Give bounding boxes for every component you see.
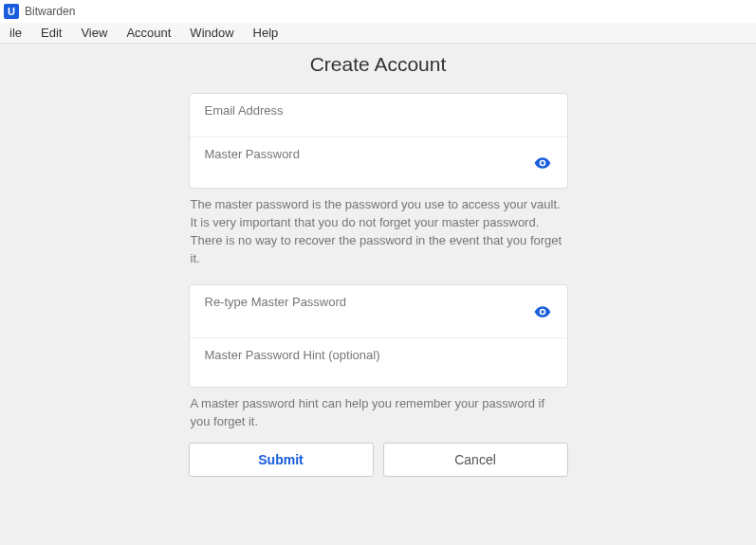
password-hint-help: A master password hint can help you reme… — [191, 395, 566, 431]
menu-window[interactable]: Window — [180, 24, 243, 42]
submit-button[interactable]: Submit — [189, 443, 374, 477]
menu-bar: ile Edit View Account Window Help — [0, 23, 756, 44]
title-bar: U Bitwarden — [0, 0, 756, 23]
create-account-page: Create Account Email Address Master Pass… — [189, 53, 568, 477]
password-hint-field[interactable]: Master Password Hint (optional) — [190, 337, 567, 387]
email-label: Email Address — [205, 103, 552, 118]
retype-password-field[interactable]: Re-type Master Password — [190, 285, 567, 337]
password-hint-label: Master Password Hint (optional) — [205, 348, 552, 362]
card-credentials: Email Address Master Password — [189, 93, 568, 189]
card-confirm: Re-type Master Password Master Password … — [189, 284, 568, 388]
menu-help[interactable]: Help — [244, 24, 288, 42]
menu-edit[interactable]: Edit — [31, 24, 71, 42]
page-title: Create Account — [189, 53, 568, 76]
button-row: Submit Cancel — [189, 443, 568, 477]
menu-account[interactable]: Account — [117, 24, 180, 42]
master-password-field[interactable]: Master Password — [190, 136, 567, 188]
eye-icon[interactable] — [533, 154, 552, 173]
retype-password-label: Re-type Master Password — [205, 295, 552, 309]
menu-file[interactable]: ile — [0, 24, 31, 42]
master-password-label: Master Password — [205, 147, 552, 161]
menu-view[interactable]: View — [71, 24, 117, 42]
content-area: Create Account Email Address Master Pass… — [0, 44, 756, 545]
cancel-button[interactable]: Cancel — [383, 443, 568, 477]
email-field[interactable]: Email Address — [190, 94, 567, 136]
eye-icon[interactable] — [533, 302, 552, 321]
app-title: Bitwarden — [25, 5, 75, 18]
app-icon: U — [4, 4, 19, 19]
master-password-help: The master password is the password you … — [191, 196, 566, 267]
